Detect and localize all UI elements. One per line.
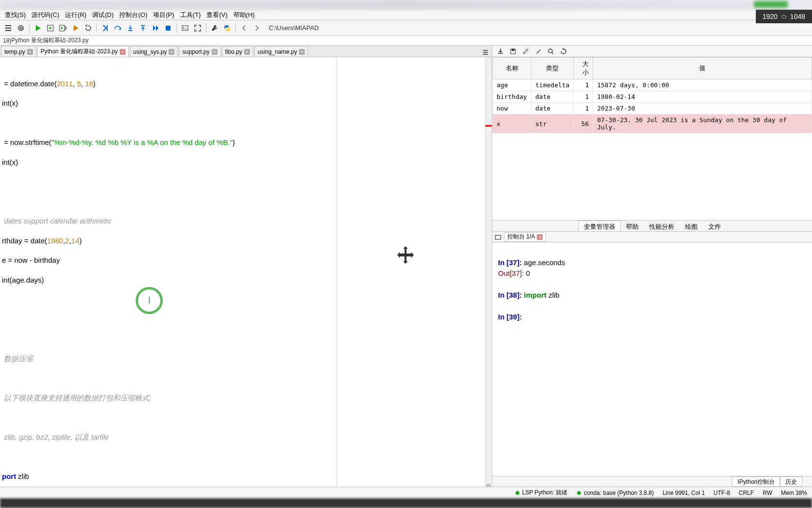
nav-forward-icon[interactable] [251,23,262,33]
menu-tools[interactable]: 工具(T) [177,10,204,20]
col-type[interactable]: 类型 [531,58,574,79]
menu-project[interactable]: 项目(P) [150,10,177,20]
close-icon[interactable]: × [27,49,33,55]
run-icon[interactable] [32,23,43,33]
menubar: 查找(S) 源代码(C) 运行(R) 调试(D) 控制台(O) 项目(P) 工具… [0,10,812,20]
tab-using-sys[interactable]: using_sys.py× [130,46,178,57]
col-name[interactable]: 名称 [493,58,531,79]
menu-view[interactable]: 查看(V) [203,10,230,20]
status-eol[interactable]: CRLF [739,490,754,496]
vertical-scrollbar[interactable] [485,57,492,487]
tab-profile[interactable]: 性能分析 [644,221,680,231]
menu-debug[interactable]: 调试(D) [89,10,116,20]
col-size[interactable]: 大小 [574,58,593,79]
step-over-icon[interactable] [112,23,123,33]
save-file-icon[interactable] [509,47,517,56]
step-out-icon[interactable] [138,23,148,33]
menu-find[interactable]: 查找(S) [2,10,29,20]
toolbar-at-icon[interactable] [16,23,26,33]
close-icon[interactable]: × [244,49,250,55]
tab-label: support.py [182,48,209,55]
svg-rect-5 [141,25,145,26]
save-vars-icon[interactable] [496,47,505,56]
var-toolbar [492,46,812,57]
breadcrumb-file[interactable]: Python 量化编程基础-2023.py [11,36,88,45]
variable-explorer: 名称 类型 大小 值 agetimedelta115872 days, 0:00… [492,57,812,220]
menu-run[interactable]: 运行(R) [62,10,89,20]
tab-temp[interactable]: temp.py× [1,46,36,57]
link-icon: ⬭ [781,13,786,20]
run-cell-icon[interactable] [45,23,56,33]
stop-icon[interactable] [163,23,173,33]
tab-support[interactable]: support.py× [179,46,220,57]
table-row[interactable]: nowdate12023-07-30 [493,103,812,114]
tab-main[interactable]: Python 量化编程基础-2023.py× [37,46,129,57]
toolbar-separator [29,23,30,33]
code-editor[interactable]: = datetime.date(2011, 5, 18) int(x) = no… [0,57,492,487]
edit-icon[interactable] [521,47,530,56]
toolbar-list-icon[interactable] [3,23,14,33]
svg-point-12 [515,491,519,495]
tab-ipython[interactable]: IPython控制台 [732,476,780,487]
close-icon[interactable]: × [299,49,305,55]
close-icon[interactable]: × [537,234,543,240]
close-icon[interactable]: × [212,49,218,55]
table-row[interactable]: agetimedelta115872 days, 0:00:00 [493,79,812,91]
tab-file[interactable]: 文件 [703,221,726,231]
status-rw[interactable]: RW [763,490,772,496]
res-h: 1048 [790,13,805,20]
wrench-icon[interactable] [209,23,220,33]
menu-help[interactable]: 帮助(H) [231,10,258,20]
expand-icon[interactable] [192,23,203,33]
close-icon[interactable]: × [120,49,125,55]
tab-help[interactable]: 帮助 [621,221,644,231]
console[interactable]: In [37]: age.seconds Out[37]: 0 In [38]:… [492,242,812,476]
tab-history[interactable]: 历史 [780,476,802,487]
python-icon[interactable] [222,23,233,33]
terminal-icon[interactable] [180,23,190,33]
continue-icon[interactable] [150,23,161,33]
step-into-icon[interactable] [125,23,136,33]
right-tabs: 变量管理器 帮助 性能分析 绘图 文件 [492,220,812,232]
res-w: 1920 [763,13,778,20]
status-line[interactable]: Line 9991, Col 1 [662,490,704,496]
console-tab[interactable]: 控制台 1/A× [504,232,546,242]
menu-console[interactable]: 控制台(O) [116,10,150,20]
status-mem[interactable]: Mem 38% [781,490,807,496]
statusbar: LSP Python: 就绪 conda: base (Python 3.8.8… [0,487,812,498]
tab-label: using_name.py [258,48,297,55]
tab-plot[interactable]: 绘图 [680,221,703,231]
tabs-menu-icon[interactable] [481,48,490,57]
console-tabs: 控制台 1/A× [492,232,812,242]
restart-icon[interactable] [83,23,94,33]
brush-icon[interactable] [534,47,543,56]
menu-source[interactable]: 源代码(C) [29,10,62,20]
console-tab-label: 控制台 1/A [507,233,535,241]
col-value[interactable]: 值 [593,58,812,79]
collapse-icon[interactable] [494,233,502,241]
refresh-icon[interactable] [559,47,568,56]
svg-point-1 [20,27,22,29]
status-lsp[interactable]: LSP Python: 就绪 [515,489,568,497]
status-conda[interactable]: conda: base (Python 3.8.8) [576,490,654,496]
tabs: temp.py× Python 量化编程基础-2023.py× using_sy… [0,46,492,57]
table-row[interactable]: birthdaydate11980-02-14 [493,91,812,103]
tab-using-name[interactable]: using_name.py× [254,46,308,57]
toolbar: C:\Users\MIAPAD [0,20,812,36]
run-cell-advance-icon[interactable] [58,23,68,33]
tab-var-manager[interactable]: 变量管理器 [578,221,621,231]
tab-fibo[interactable]: fibo.py× [222,46,253,57]
scrollbar-thumb[interactable] [486,484,491,487]
working-directory[interactable]: C:\Users\MIAPAD [269,24,319,32]
nav-back-icon[interactable] [239,23,250,33]
debug-skip-icon[interactable] [100,23,110,33]
table-row[interactable]: xstr5607-30-23. 30 Jul 2023 is a Sunday … [493,114,812,133]
run-selection-icon[interactable] [70,23,81,33]
status-encoding[interactable]: UTF-8 [714,490,730,496]
search-icon[interactable] [547,47,555,56]
code-guide [337,57,337,487]
tab-label: using_sys.py [133,48,167,55]
taskbar-blur [0,498,812,508]
toolbar-separator [235,23,236,33]
close-icon[interactable]: × [169,49,174,55]
